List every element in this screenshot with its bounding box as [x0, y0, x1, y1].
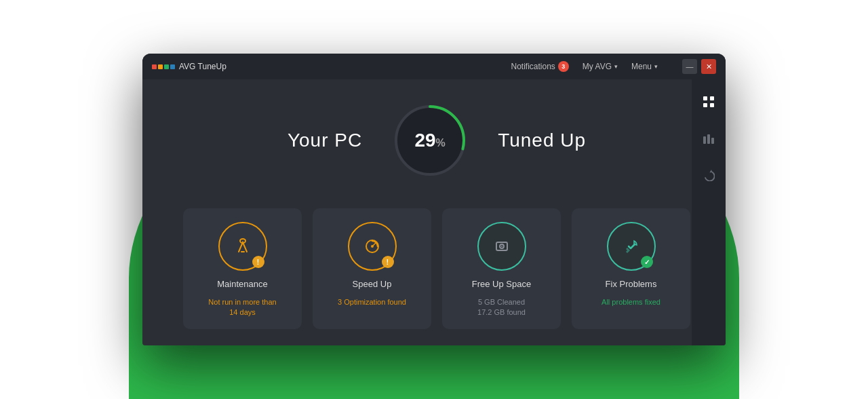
maintenance-subtitle: Not run in more than 14 days: [208, 297, 276, 318]
avg-logo-blocks: [152, 64, 175, 69]
hero-section: Your PC 29%: [183, 100, 690, 181]
my-avg-button[interactable]: My AVG ▾: [583, 62, 618, 71]
content-area: Your PC 29%: [142, 79, 726, 345]
logo-block-yellow: [158, 64, 163, 69]
card-fix-problems[interactable]: ✓Fix ProblemsAll problems fixed: [572, 208, 690, 329]
hero-right-text: Tuned Up: [498, 130, 586, 151]
sidebar: [692, 79, 726, 345]
app-title: AVG TuneUp: [179, 62, 226, 71]
card-free-up-space[interactable]: Free Up Space5 GB Cleaned 17.2 GB found: [442, 208, 561, 329]
svg-rect-9: [703, 96, 707, 100]
minimize-button[interactable]: —: [682, 59, 697, 74]
notifications-badge: 3: [558, 61, 569, 72]
sidebar-refresh-icon[interactable]: [697, 164, 720, 187]
app-logo: AVG TuneUp: [152, 62, 226, 71]
main-content: Your PC 29%: [142, 79, 726, 345]
svg-rect-12: [710, 103, 714, 107]
close-button[interactable]: ✕: [701, 59, 716, 74]
notifications-label: Notifications: [511, 62, 555, 71]
svg-point-8: [501, 246, 502, 247]
maintenance-icon-wrapper: !: [218, 222, 267, 271]
menu-chevron-icon: ▾: [654, 63, 658, 70]
my-avg-chevron-icon: ▾: [614, 63, 618, 70]
laptop-wrapper: AVG TuneUp Notifications 3 My AVG ▾ Menu…: [142, 54, 726, 345]
free-up-space-title: Free Up Space: [472, 279, 531, 289]
speed-up-icon-wrapper: !: [348, 222, 397, 271]
speed-up-title: Speed Up: [353, 279, 392, 289]
sidebar-chart-icon[interactable]: [697, 127, 720, 150]
maintenance-title: Maintenance: [217, 279, 267, 289]
fix-problems-badge: ✓: [641, 256, 653, 268]
speed-up-subtitle: 3 Optimization found: [338, 297, 406, 307]
svg-line-5: [372, 243, 376, 246]
fix-problems-title: Fix Problems: [606, 279, 657, 289]
progress-percent-symbol: %: [436, 137, 446, 149]
circular-progress: 29%: [389, 100, 471, 181]
app-window: AVG TuneUp Notifications 3 My AVG ▾ Menu…: [142, 54, 726, 345]
menu-button[interactable]: Menu ▾: [631, 62, 658, 71]
fix-problems-icon-wrapper: ✓: [607, 222, 656, 271]
free-up-space-icon-wrapper: [477, 222, 526, 271]
speed-up-badge: !: [382, 256, 394, 268]
svg-rect-11: [703, 103, 707, 107]
window-controls: — ✕: [682, 59, 716, 74]
card-speed-up[interactable]: !Speed Up3 Optimization found: [313, 208, 431, 329]
progress-center: 29%: [414, 131, 445, 150]
svg-rect-15: [711, 138, 714, 144]
cards-row: !MaintenanceNot run in more than 14 days…: [183, 208, 690, 329]
progress-number: 29%: [414, 131, 445, 150]
notifications-button[interactable]: Notifications 3: [511, 61, 568, 72]
free-up-space-subtitle: 5 GB Cleaned 17.2 GB found: [477, 297, 526, 318]
free-up-space-icon-circle: [477, 222, 526, 271]
sidebar-grid-icon[interactable]: [697, 90, 720, 113]
hero-left-text: Your PC: [288, 130, 362, 151]
fix-problems-subtitle: All problems fixed: [601, 297, 660, 307]
titlebar: AVG TuneUp Notifications 3 My AVG ▾ Menu…: [142, 54, 726, 79]
logo-block-green: [164, 64, 169, 69]
logo-block-red: [152, 64, 157, 69]
svg-rect-2: [241, 251, 245, 252]
svg-rect-13: [703, 136, 706, 144]
svg-rect-10: [710, 96, 714, 100]
logo-block-blue: [170, 64, 175, 69]
maintenance-badge: !: [252, 256, 264, 268]
card-maintenance[interactable]: !MaintenanceNot run in more than 14 days: [183, 208, 302, 329]
svg-rect-14: [707, 134, 710, 144]
titlebar-nav: Notifications 3 My AVG ▾ Menu ▾ — ✕: [511, 59, 716, 74]
